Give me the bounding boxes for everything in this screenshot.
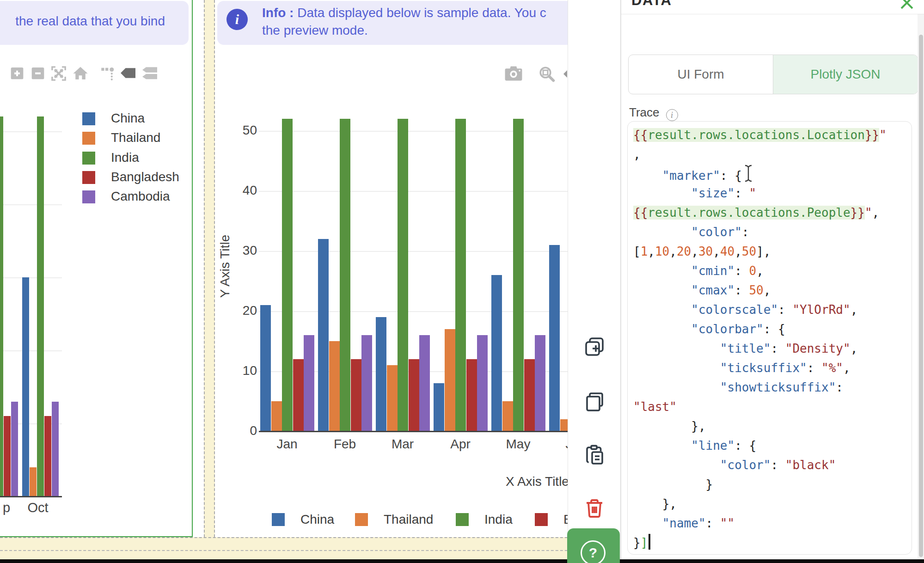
info-banner-line1: Info : Data displayed below is sample da…	[262, 6, 546, 20]
code-token: :	[734, 264, 749, 278]
code-token: ,	[669, 245, 677, 258]
code-token: "	[865, 206, 872, 220]
help-button[interactable]: ?	[567, 528, 620, 563]
code-line-15[interactable]: "last"	[633, 397, 906, 416]
code-line-16[interactable]: },	[633, 416, 906, 436]
gridline	[259, 251, 621, 252]
legend-label: China	[300, 512, 334, 527]
bottom-bar	[0, 559, 924, 563]
chart-widget-main[interactable]: i Info : Data displayed below is sample …	[215, 0, 621, 537]
code-token: "colorbar"	[691, 322, 764, 336]
code-token	[633, 264, 691, 278]
bar-bangladesh-apr	[466, 359, 477, 431]
code-token: "%"	[821, 361, 843, 375]
code-token: "Density"	[785, 342, 851, 355]
zoom-box-icon[interactable]	[538, 66, 555, 82]
tab-plotly-json[interactable]: Plotly JSON	[773, 55, 918, 94]
code-token: },	[691, 419, 705, 433]
code-line-10[interactable]: "colorscale": "YlOrRd",	[633, 300, 906, 319]
legend-label: Thailand	[384, 512, 433, 527]
legend-label: India	[484, 512, 513, 527]
data-settings-panel: DATA UI Form Plotly JSON Tracei {{result…	[621, 0, 924, 563]
gridline	[0, 131, 62, 132]
code-line-7[interactable]: [1,10,20,30,40,50],	[633, 242, 906, 261]
legend-swatch	[355, 513, 368, 526]
bar-bangladesh-sep	[4, 416, 11, 496]
paste-icon[interactable]	[583, 444, 606, 466]
close-icon[interactable]	[899, 0, 915, 11]
gridline	[259, 311, 621, 312]
panel-header: DATA	[621, 0, 924, 14]
code-line-11[interactable]: "colorbar": {	[633, 319, 906, 339]
trace-info-icon[interactable]: i	[666, 109, 678, 121]
code-token	[633, 419, 691, 433]
code-line-13[interactable]: "ticksuffix": "%",	[633, 358, 906, 378]
download-camera-icon[interactable]	[504, 66, 523, 81]
code-line-1[interactable]: {{result.rows.locations.Location}}"	[633, 125, 906, 145]
trace-label: Trace	[629, 105, 660, 119]
code-line-8[interactable]: "cmin": 0,	[633, 261, 906, 281]
code-line-6[interactable]: "color":	[633, 222, 906, 242]
code-line-3[interactable]: "marker": {	[633, 164, 906, 184]
code-token: 1	[641, 245, 648, 258]
code-token: "YlOrRd"	[792, 303, 850, 317]
bar-china-feb	[318, 239, 329, 431]
code-token: :	[706, 516, 720, 530]
code-token: },	[662, 497, 677, 511]
tab-ui-form[interactable]: UI Form	[629, 55, 773, 94]
chart-widget-left[interactable]: the real data that you bind ChinaThailan…	[0, 0, 193, 537]
plotly-json-editor[interactable]: {{result.rows.locations.Location}}", "ma…	[627, 121, 912, 555]
code-line-14[interactable]: "showticksuffix":	[633, 378, 906, 397]
code-line-5[interactable]: {{result.rows.locations.People}}",	[633, 203, 906, 222]
gridline	[0, 204, 62, 205]
legend-label: Cambodia	[111, 189, 170, 204]
code-line-18[interactable]: "color": "black"	[633, 455, 906, 475]
bar-bangladesh-oct	[44, 416, 51, 496]
code-line-2[interactable]: ,	[633, 145, 906, 164]
copy-icon[interactable]	[583, 391, 606, 413]
code-token	[633, 458, 720, 472]
zoom-out-icon[interactable]	[31, 66, 45, 80]
code-token: ,	[691, 245, 698, 258]
reset-axes-home-icon[interactable]	[73, 66, 88, 81]
info-banner-main: i Info : Data displayed below is sample …	[217, 1, 626, 45]
duplicate-add-icon[interactable]	[583, 336, 606, 358]
panel-divider	[621, 14, 924, 14]
y-tick-label: 10	[233, 363, 257, 378]
code-token: ,	[764, 283, 771, 297]
code-token: : {	[720, 169, 742, 183]
code-line-12[interactable]: "title": "Density",	[633, 339, 906, 358]
code-token: ]	[641, 536, 648, 550]
hover-closest-icon[interactable]	[119, 66, 137, 80]
code-line-20[interactable]: },	[633, 494, 906, 514]
code-token: ,	[851, 303, 858, 317]
legend-label: India	[111, 150, 139, 165]
panel-scrollbar-thumb[interactable]	[919, 35, 923, 557]
code-line-17[interactable]: "line": {	[633, 436, 906, 455]
bar-thailand-jan	[271, 401, 282, 431]
legend-swatch	[456, 513, 469, 526]
code-line-19[interactable]: }	[633, 475, 906, 494]
code-line-21[interactable]: "name": ""	[633, 514, 906, 533]
data-mode-tabs: UI Form Plotly JSON	[628, 55, 918, 94]
bar-china-apr	[434, 383, 444, 431]
toggle-spikelines-icon[interactable]	[101, 66, 115, 80]
code-token: ,	[734, 245, 742, 258]
legend-label: Thailand	[111, 130, 160, 145]
code-token: ,	[843, 361, 851, 375]
code-line-4[interactable]: "size": "	[633, 184, 906, 203]
y-tick-label: 20	[233, 303, 257, 318]
hover-compare-icon[interactable]	[141, 66, 159, 80]
panel-scrollbar-track[interactable]	[918, 14, 924, 559]
code-line-9[interactable]: "cmax": 50,	[633, 281, 906, 300]
code-token: [	[633, 245, 641, 258]
code-token: "color"	[720, 458, 771, 472]
x-tick-label: Feb	[324, 437, 366, 452]
delete-trash-icon[interactable]	[583, 497, 606, 520]
code-token: "black"	[785, 458, 836, 472]
autoscale-icon[interactable]	[51, 66, 67, 81]
code-line-22[interactable]: }]	[633, 533, 906, 552]
gridline	[0, 350, 62, 351]
zoom-in-icon[interactable]	[10, 66, 24, 80]
code-token	[633, 169, 662, 183]
